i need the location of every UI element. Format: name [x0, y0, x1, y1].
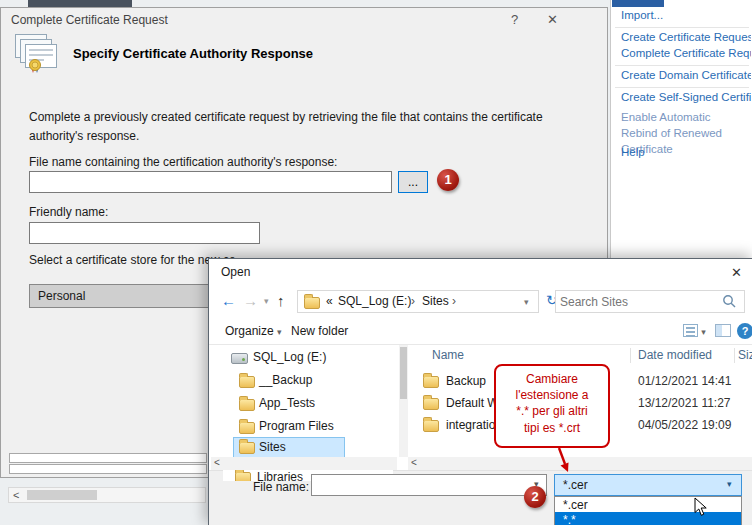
list-view-icon [683, 324, 698, 337]
folder-icon [239, 399, 255, 411]
certificate-store-value: Personal [38, 289, 85, 303]
folder-icon [423, 420, 439, 432]
tree-scrollbar-vertical[interactable] [399, 345, 408, 457]
action-create-domain-certificate[interactable]: Create Domain Certificate... [621, 69, 751, 81]
breadcrumb-bar[interactable]: « SQL_Log (E:) › Sites › ▾ [297, 290, 539, 313]
forward-button[interactable]: → [243, 292, 258, 309]
open-dialog-title: Open [221, 265, 250, 279]
dialog-help-button[interactable]: ? [511, 12, 518, 27]
navigation-pane: SQL_Log (E:) __Backup App_Tests Program … [209, 345, 399, 457]
drive-icon [231, 353, 248, 364]
file-name-input[interactable] [314, 476, 524, 494]
chevron-down-icon[interactable]: ▾ [727, 479, 732, 489]
preview-pane-icon [715, 324, 731, 337]
tree-scrollbar-horizontal[interactable]: < [211, 457, 397, 470]
breadcrumb-item-drive[interactable]: SQL_Log (E:) [338, 294, 411, 308]
tree-item-sql-log[interactable]: SQL_Log (E:) [209, 347, 399, 369]
file-name-combobox[interactable]: ▾ [311, 474, 547, 496]
action-help[interactable]: Help [621, 146, 645, 158]
step-badge-2: 2 [524, 486, 546, 508]
open-dialog: Open ✕ ← → ▾ ↑ « SQL_Log (E:) › Sites › … [208, 258, 752, 525]
tree-item-sites-selected[interactable]: Sites [233, 437, 345, 457]
tree-item-label: Sites [259, 440, 286, 454]
scroll-left-arrow[interactable]: < [214, 457, 220, 468]
annotation-arrow [548, 446, 578, 476]
mouse-cursor [694, 497, 708, 517]
breadcrumb-prefix[interactable]: « [326, 294, 333, 308]
search-input[interactable] [560, 292, 715, 311]
tree-item-label: Program Files [259, 419, 334, 433]
selected-action-fragment [612, 0, 664, 7]
list-scrollbar-horizontal[interactable]: < [408, 457, 752, 470]
screen: Complete Certificate Request ? ✕ Specify… [0, 0, 752, 525]
breadcrumb-separator-icon[interactable]: › [411, 294, 415, 308]
breadcrumb-dropdown-icon[interactable]: ▾ [524, 297, 529, 307]
tree-item-backup[interactable]: __Backup [209, 370, 399, 392]
ca-response-file-input[interactable] [29, 171, 392, 193]
certificate-store-label: Select a certificate store for the new c… [29, 253, 236, 267]
open-dialog-close-button[interactable]: ✕ [731, 265, 742, 280]
file-name-field-label: File name: [253, 480, 309, 494]
dialog-close-button[interactable]: ✕ [547, 12, 558, 27]
annotation-callout: Cambiare l'estensione a *.* per gli altr… [494, 364, 610, 448]
certificate-store-select[interactable]: Personal [29, 284, 210, 308]
friendly-name-input[interactable] [29, 222, 260, 244]
preview-pane-button[interactable] [715, 324, 731, 338]
file-type-combobox[interactable]: *.cer ▾ [554, 474, 742, 496]
folder-icon [239, 442, 255, 454]
tree-item-label: SQL_Log (E:) [253, 350, 326, 364]
friendly-name-label: Friendly name: [29, 205, 108, 219]
file-name-label: File name containing the certification a… [29, 155, 337, 169]
action-create-certificate-request[interactable]: Create Certificate Request... [621, 31, 751, 43]
certificates-icon [14, 33, 62, 76]
scroll-left-arrow[interactable]: < [13, 489, 19, 501]
action-import[interactable]: Import... [621, 9, 663, 21]
dialog-heading: Specify Certificate Authority Response [73, 46, 313, 61]
help-button[interactable]: ? [737, 323, 752, 339]
back-button[interactable]: ← [221, 292, 236, 309]
new-folder-button[interactable]: New folder [291, 324, 348, 338]
breadcrumb-item-sites[interactable]: Sites [422, 294, 449, 308]
chevron-down-icon: ▾ [701, 327, 706, 337]
history-chevron-icon[interactable]: ▾ [264, 296, 269, 306]
tree-item-label: App_Tests [259, 396, 315, 410]
background-titlebar-fragment [28, 0, 132, 7]
organize-button[interactable]: Organize ▾ [225, 324, 282, 338]
folder-icon [239, 376, 255, 388]
tree-item-label: __Backup [259, 373, 312, 387]
search-icon[interactable] [722, 294, 737, 312]
background-horizontal-scrollbar[interactable]: < [8, 487, 206, 503]
column-header-date-modified[interactable]: Date modified [638, 348, 712, 362]
file-date-modified: 04/05/2022 19:09 [638, 418, 731, 432]
location-folder-icon [304, 297, 320, 309]
breadcrumb-separator-icon[interactable]: › [452, 294, 456, 308]
organize-label: Organize [225, 324, 274, 338]
column-divider[interactable] [734, 348, 735, 363]
browse-button[interactable]: ... [398, 171, 428, 193]
obscured-row-fragment [9, 453, 207, 463]
file-type-value: *.cer [563, 478, 588, 492]
view-options-button[interactable]: ▾ [683, 324, 706, 338]
file-date-modified: 13/12/2021 11:27 [638, 396, 731, 410]
column-header-size[interactable]: Size [738, 348, 752, 362]
dialog-description: Complete a previously created certificat… [29, 108, 595, 145]
file-type-option-all[interactable]: *.* [555, 512, 741, 525]
file-type-dropdown: *.cer *.* [554, 496, 742, 525]
scrollbar-thumb[interactable] [27, 490, 97, 500]
search-box[interactable] [555, 290, 745, 313]
folder-icon [235, 472, 251, 481]
column-divider[interactable] [630, 348, 631, 363]
command-toolbar: Organize ▾ New folder ▾ ? [209, 317, 752, 345]
action-complete-certificate-request[interactable]: Complete Certificate Request... [621, 47, 751, 59]
file-type-option-cer[interactable]: *.cer [555, 497, 741, 512]
tree-item-app-tests[interactable]: App_Tests [209, 393, 399, 415]
action-create-self-signed-certificate[interactable]: Create Self-Signed Certificate... [621, 91, 751, 103]
panel-divider [615, 87, 749, 88]
up-button[interactable]: ↑ [277, 292, 285, 309]
chevron-down-icon: ▾ [277, 327, 282, 337]
scroll-left-arrow[interactable]: < [411, 457, 417, 468]
scrollbar-thumb[interactable] [400, 347, 407, 399]
panel-divider [615, 65, 749, 66]
tree-item-program-files[interactable]: Program Files [209, 416, 399, 438]
column-header-name[interactable]: Name [432, 348, 464, 362]
